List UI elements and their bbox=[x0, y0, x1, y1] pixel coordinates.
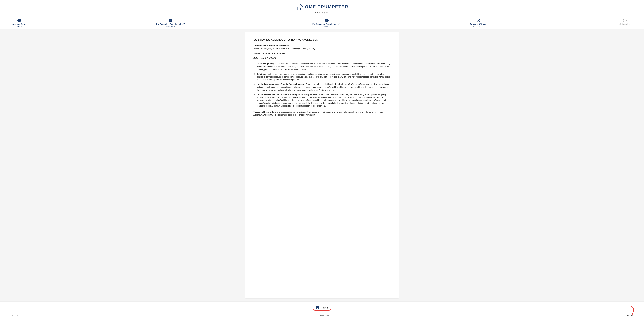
list-item-1: No Smoking Policy: No smoking will be pe… bbox=[256, 62, 391, 71]
item-2-text: The term "smoking" means inhaling, exhal… bbox=[256, 73, 390, 81]
svg-rect-1 bbox=[299, 8, 300, 10]
agree-label: I Agree bbox=[321, 307, 328, 309]
step-circle-3: ✓ bbox=[325, 19, 328, 22]
header: OME TRUMPETER Tenant Signup bbox=[0, 0, 644, 15]
tenant-value: Prospective Tenant: Prince Tenant bbox=[253, 52, 391, 54]
download-button[interactable]: Download bbox=[317, 313, 330, 318]
progress-line-filled bbox=[16, 21, 491, 21]
previous-button[interactable]: Previous bbox=[10, 313, 22, 318]
logo-text: OME TRUMPETER bbox=[305, 4, 348, 9]
step-label-1: Account Setup bbox=[12, 23, 26, 25]
main-content: NO SMOKING ADDENDUM TO TENANCY AGREEMENT… bbox=[0, 29, 644, 301]
substantial-breach-bold: Substantial Breach: bbox=[253, 111, 272, 113]
date-section: Date: Thu Oct 12 2023 bbox=[253, 57, 391, 59]
step-sublabel-3: Completed bbox=[322, 25, 331, 27]
list-item-3: Landlord not a guarantor of smoke-free e… bbox=[256, 83, 391, 91]
step-circle-1: ✓ bbox=[18, 19, 21, 22]
substantial-breach-text: Tenants are responsible for the actions … bbox=[253, 111, 383, 116]
agree-section: I Agree bbox=[313, 305, 331, 311]
home-icon bbox=[296, 3, 304, 10]
step-label-2: Pre-Screening Questionnaire(1) bbox=[156, 23, 185, 25]
item-4-bold: Landlord Disclaimer: bbox=[256, 93, 276, 96]
logo-container: OME TRUMPETER bbox=[296, 3, 348, 10]
agree-checkbox[interactable] bbox=[316, 306, 319, 309]
date-value: Date: Thu Oct 12 2023 bbox=[253, 57, 391, 59]
item-1-text: No smoking will be permitted in the Prem… bbox=[256, 63, 390, 71]
tenant-section: Prospective Tenant: Prince Tenant bbox=[253, 52, 391, 54]
document-title: NO SMOKING ADDENDUM TO TENANCY AGREEMENT bbox=[253, 38, 391, 41]
date-text: Thu Oct 12 2023 bbox=[260, 57, 276, 59]
step-circle-4 bbox=[476, 19, 480, 22]
item-4-text: The Landlord specifically disclaims any … bbox=[256, 93, 388, 107]
item-2-bold: Definition: bbox=[256, 73, 266, 75]
progress-bar: ✓ Account Setup Completed ✓ Pre-Screenin… bbox=[0, 15, 644, 29]
step-label-5: Onboarding bbox=[620, 23, 630, 25]
item-1-bold: No Smoking Policy: bbox=[256, 63, 274, 65]
step-sublabel-2: Completed bbox=[166, 25, 175, 27]
step-label-4: Agreement Tenant bbox=[470, 23, 486, 25]
footer: I Agree Previous Download Done bbox=[0, 301, 644, 321]
date-label: Date: bbox=[253, 57, 258, 59]
step-prescreening-2: ✓ Pre-Screening Questionnaire(2) Complet… bbox=[312, 19, 341, 27]
step-prescreening-1: ✓ Pre-Screening Questionnaire(1) Complet… bbox=[156, 19, 185, 27]
list-item-2: Definition: The term "smoking" means inh… bbox=[256, 73, 391, 81]
done-section: Done bbox=[625, 313, 634, 318]
list-item-4: Landlord Disclaimer: The Landlord specif… bbox=[256, 93, 391, 107]
landlord-label: Landlord and Address of Properties: bbox=[253, 44, 391, 47]
step-circle-5 bbox=[623, 19, 626, 22]
step-sublabel-1: Completed bbox=[15, 25, 23, 27]
step-agreement-tenant: Agreement Tenant Read and agree bbox=[469, 19, 488, 27]
step-circle-2: ✓ bbox=[169, 19, 172, 22]
subtitle: Tenant Signup bbox=[315, 11, 329, 14]
svg-rect-0 bbox=[297, 7, 302, 10]
policy-list: No Smoking Policy: No smoking will be pe… bbox=[253, 62, 391, 107]
step-account-setup: ✓ Account Setup Completed bbox=[10, 19, 29, 27]
step-label-3: Pre-Screening Questionnaire(2) bbox=[312, 23, 341, 25]
step-onboarding: Onboarding bbox=[615, 19, 634, 25]
item-3-bold: Landlord not a guarantor of smoke-free e… bbox=[256, 83, 305, 85]
footer-buttons: Previous Download Done bbox=[10, 313, 634, 318]
step-sublabel-4: Read and agree bbox=[472, 25, 484, 27]
substantial-breach-section: Substantial Breach: Tenants are responsi… bbox=[253, 111, 391, 116]
document-container: NO SMOKING ADDENDUM TO TENANCY AGREEMENT… bbox=[245, 32, 399, 298]
landlord-section: Landlord and Address of Properties: Prin… bbox=[253, 44, 391, 50]
landlord-value: Prince HO (Property 2, 315 E 12th Ave, A… bbox=[253, 47, 391, 50]
